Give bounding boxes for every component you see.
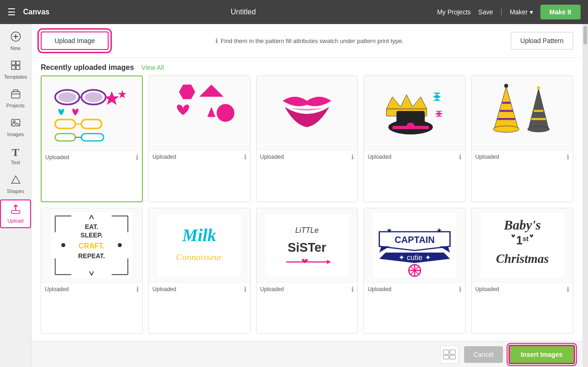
- pattern-info-text: Find them in the pattern fill attributes…: [220, 37, 404, 44]
- image-card-9-footer: Uploaded ℹ: [364, 282, 465, 296]
- maker-selector[interactable]: Maker ▾: [510, 8, 533, 16]
- svg-text:Christmas: Christmas: [496, 252, 549, 266]
- info-button-2[interactable]: ℹ: [244, 153, 246, 161]
- svg-rect-25: [82, 134, 104, 141]
- svg-rect-96: [450, 355, 455, 359]
- main-layout: New Templates Projects Images T Text: [0, 24, 588, 367]
- image-card-1[interactable]: Uploaded ℹ: [41, 75, 143, 202]
- svg-text:CAPTAIN: CAPTAIN: [395, 235, 435, 245]
- image-card-2-preview: [149, 76, 250, 150]
- projects-icon: [11, 89, 21, 102]
- left-sidebar: New Templates Projects Images T Text: [0, 24, 31, 367]
- svg-rect-6: [16, 66, 20, 69]
- image-card-3-preview: [257, 76, 358, 150]
- new-icon: [11, 31, 21, 44]
- info-button-5[interactable]: ℹ: [567, 153, 569, 161]
- svg-rect-4: [16, 61, 20, 65]
- sidebar-item-images[interactable]: Images: [0, 114, 31, 141]
- uploaded-label-10: Uploaded: [475, 286, 499, 292]
- image-card-4[interactable]: Uploaded ℹ: [363, 75, 466, 202]
- image-card-5-footer: Uploaded ℹ: [472, 150, 573, 163]
- image-card-8-footer: Uploaded ℹ: [257, 282, 358, 296]
- svg-text:CRAFT.: CRAFT.: [79, 242, 105, 250]
- sidebar-item-shapes[interactable]: Shapes: [0, 171, 31, 198]
- sidebar-item-upload[interactable]: Upload: [0, 199, 31, 228]
- uploaded-label-8: Uploaded: [260, 286, 284, 292]
- image-card-5[interactable]: Uploaded ℹ: [471, 75, 573, 202]
- image-card-9[interactable]: CAPTAIN ✦ cutie ✦: [363, 208, 466, 334]
- section-header: Recently uploaded images View All: [31, 58, 582, 75]
- image-card-10-footer: Uploaded ℹ: [472, 282, 573, 296]
- svg-point-63: [61, 243, 66, 247]
- hamburger-icon[interactable]: ☰: [7, 6, 16, 18]
- templates-icon: [11, 60, 21, 73]
- svg-point-15: [59, 93, 77, 102]
- image-grid: Uploaded ℹ Uploaded ℹ: [31, 75, 582, 341]
- upload-info: ℹ Find them in the pattern fill attribut…: [109, 37, 510, 44]
- svg-point-17: [85, 93, 103, 102]
- upload-image-button[interactable]: Upload Image: [41, 31, 109, 50]
- svg-marker-20: [118, 90, 127, 98]
- sidebar-item-text[interactable]: T Text: [0, 143, 31, 169]
- info-button-1[interactable]: ℹ: [136, 154, 138, 161]
- view-all-link[interactable]: View All: [141, 64, 164, 71]
- svg-text:Connoisseur: Connoisseur: [176, 252, 222, 262]
- image-card-7-preview: Milk Connoisseur: [149, 208, 250, 282]
- text-icon: T: [12, 146, 19, 159]
- svg-point-49: [537, 86, 540, 89]
- svg-rect-93: [443, 350, 449, 355]
- document-title: Untitled: [57, 8, 430, 16]
- image-card-6-footer: Uploaded ℹ: [41, 282, 142, 296]
- uploaded-label-1: Uploaded: [45, 154, 69, 161]
- shapes-icon: [11, 174, 21, 187]
- my-projects-link[interactable]: My Projects: [437, 8, 471, 16]
- svg-rect-21: [55, 119, 76, 128]
- svg-marker-29: [208, 107, 216, 117]
- image-card-8[interactable]: LiTTLe SiSTer Uploaded ℹ: [256, 208, 358, 334]
- insert-images-button[interactable]: Insert Images: [508, 345, 575, 364]
- image-card-10[interactable]: Baby's 1st Christmas Uploaded ℹ: [471, 208, 573, 334]
- image-card-2-footer: Uploaded ℹ: [149, 150, 250, 163]
- svg-text:Milk: Milk: [182, 225, 216, 245]
- upload-pattern-button[interactable]: Upload Pattern: [511, 32, 573, 50]
- sidebar-item-templates[interactable]: Templates: [0, 56, 31, 83]
- info-button-9[interactable]: ℹ: [459, 286, 461, 293]
- info-button-3[interactable]: ℹ: [351, 153, 354, 161]
- image-card-4-footer: Uploaded ℹ: [364, 150, 465, 163]
- info-button-6[interactable]: ℹ: [136, 286, 139, 293]
- sidebar-item-projects-label: Projects: [6, 103, 25, 108]
- uploaded-label-6: Uploaded: [45, 286, 68, 292]
- image-card-2[interactable]: Uploaded ℹ: [148, 75, 251, 202]
- svg-point-48: [527, 126, 549, 132]
- svg-point-44: [504, 84, 508, 88]
- svg-marker-45: [528, 89, 549, 130]
- cancel-button[interactable]: Cancel: [464, 346, 503, 363]
- sidebar-item-text-label: Text: [11, 160, 20, 165]
- svg-rect-24: [55, 134, 76, 141]
- sidebar-item-projects[interactable]: Projects: [0, 85, 31, 112]
- image-card-7-footer: Uploaded ℹ: [149, 282, 250, 296]
- top-nav: ☰ Canvas Untitled My Projects Save | Mak…: [0, 0, 588, 24]
- upload-header: Upload Image ℹ Find them in the pattern …: [31, 24, 582, 58]
- image-card-7[interactable]: Milk Connoisseur Uploaded ℹ: [148, 208, 251, 334]
- svg-marker-38: [435, 111, 443, 117]
- info-button-8[interactable]: ℹ: [351, 286, 354, 293]
- content-area: Upload Image ℹ Find them in the pattern …: [31, 24, 582, 367]
- images-icon: [11, 118, 21, 131]
- info-button-7[interactable]: ℹ: [244, 286, 246, 293]
- info-icon: ℹ: [215, 37, 218, 44]
- svg-text:Baby's: Baby's: [503, 218, 541, 232]
- image-card-6[interactable]: EAT. SLEEP. CRAFT. REPEAT. Uploaded ℹ: [41, 208, 143, 334]
- scrollbar-thumb[interactable]: [583, 26, 587, 44]
- svg-point-78: [413, 269, 416, 272]
- svg-rect-12: [12, 211, 20, 213]
- sidebar-item-new[interactable]: New: [0, 28, 31, 55]
- section-title: Recently uploaded images: [41, 63, 134, 72]
- info-button-4[interactable]: ℹ: [459, 153, 461, 161]
- scrollbar[interactable]: [582, 24, 588, 367]
- info-button-10[interactable]: ℹ: [567, 286, 569, 293]
- save-button[interactable]: Save: [478, 8, 493, 16]
- make-it-button[interactable]: Make It: [540, 5, 581, 19]
- svg-rect-7: [12, 92, 20, 98]
- image-card-3[interactable]: Uploaded ℹ: [256, 75, 358, 202]
